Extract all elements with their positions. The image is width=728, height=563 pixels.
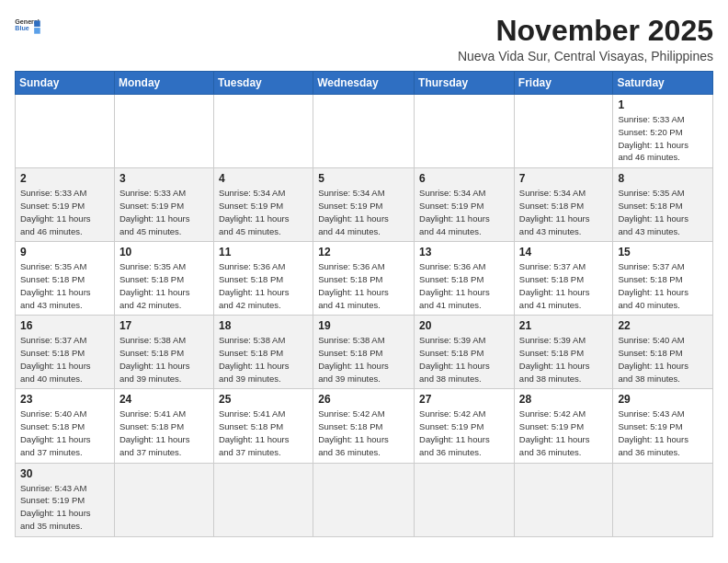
calendar-cell: 5Sunrise: 5:34 AMSunset: 5:19 PMDaylight… [313,168,415,242]
day-info: Sunrise: 5:38 AMSunset: 5:18 PMDaylight:… [318,334,409,385]
day-info: Sunrise: 5:41 AMSunset: 5:18 PMDaylight:… [119,408,209,458]
day-info: Sunrise: 5:36 AMSunset: 5:18 PMDaylight:… [419,260,509,311]
calendar-cell: 17Sunrise: 5:38 AMSunset: 5:18 PMDayligh… [114,316,213,389]
calendar-cell [213,463,313,536]
day-info: Sunrise: 5:39 AMSunset: 5:18 PMDaylight:… [419,334,509,385]
calendar-cell: 26Sunrise: 5:42 AMSunset: 5:18 PMDayligh… [313,389,415,463]
day-info: Sunrise: 5:34 AMSunset: 5:19 PMDaylight:… [419,187,509,237]
calendar-cell: 23Sunrise: 5:40 AMSunset: 5:18 PMDayligh… [16,389,115,463]
day-number: 8 [618,172,708,185]
weekday-header-friday: Friday [514,72,613,95]
day-info: Sunrise: 5:37 AMSunset: 5:18 PMDaylight:… [20,334,109,385]
weekday-header-wednesday: Wednesday [313,72,415,95]
day-number: 6 [419,172,509,185]
calendar-cell: 4Sunrise: 5:34 AMSunset: 5:19 PMDaylight… [213,168,313,242]
day-info: Sunrise: 5:36 AMSunset: 5:18 PMDaylight:… [219,260,308,311]
day-info: Sunrise: 5:34 AMSunset: 5:19 PMDaylight:… [318,187,409,237]
day-number: 27 [419,393,509,406]
day-info: Sunrise: 5:35 AMSunset: 5:18 PMDaylight:… [20,260,109,311]
location-subtitle: Nueva Vida Sur, Central Visayas, Philipp… [458,49,713,63]
day-info: Sunrise: 5:34 AMSunset: 5:19 PMDaylight:… [219,187,308,237]
day-info: Sunrise: 5:35 AMSunset: 5:18 PMDaylight:… [618,187,708,237]
calendar-cell: 27Sunrise: 5:42 AMSunset: 5:19 PMDayligh… [415,389,515,463]
day-number: 21 [519,319,609,332]
day-number: 24 [119,393,209,406]
day-info: Sunrise: 5:42 AMSunset: 5:18 PMDaylight:… [318,408,409,458]
calendar-cell: 2Sunrise: 5:33 AMSunset: 5:19 PMDaylight… [16,168,115,242]
month-title: November 2025 [458,15,713,47]
day-number: 5 [318,172,409,185]
day-info: Sunrise: 5:40 AMSunset: 5:18 PMDaylight:… [618,334,708,385]
day-number: 19 [318,319,409,332]
calendar-week-3: 9Sunrise: 5:35 AMSunset: 5:18 PMDaylight… [16,242,713,316]
day-number: 2 [20,172,109,185]
calendar-cell: 15Sunrise: 5:37 AMSunset: 5:18 PMDayligh… [613,242,713,316]
svg-text:Blue: Blue [15,25,29,32]
day-info: Sunrise: 5:35 AMSunset: 5:18 PMDaylight:… [119,260,209,311]
calendar-cell: 30Sunrise: 5:43 AMSunset: 5:19 PMDayligh… [16,463,115,536]
calendar-cell [313,95,415,168]
calendar-week-5: 23Sunrise: 5:40 AMSunset: 5:18 PMDayligh… [16,389,713,463]
day-number: 18 [219,319,308,332]
calendar-cell [313,463,415,536]
general-blue-logo-icon: General Blue [15,17,40,37]
calendar-cell [415,95,515,168]
logo: General Blue [15,15,40,37]
calendar-cell [114,463,213,536]
day-info: Sunrise: 5:37 AMSunset: 5:18 PMDaylight:… [519,260,609,311]
weekday-header-saturday: Saturday [613,72,713,95]
day-number: 4 [219,172,308,185]
day-number: 16 [20,319,109,332]
calendar-cell [213,95,313,168]
calendar-week-1: 1Sunrise: 5:33 AMSunset: 5:20 PMDaylight… [16,95,713,168]
calendar-cell: 19Sunrise: 5:38 AMSunset: 5:18 PMDayligh… [313,316,415,389]
calendar-cell: 28Sunrise: 5:42 AMSunset: 5:19 PMDayligh… [514,389,613,463]
calendar-cell: 8Sunrise: 5:35 AMSunset: 5:18 PMDaylight… [613,168,713,242]
calendar-cell: 6Sunrise: 5:34 AMSunset: 5:19 PMDaylight… [415,168,515,242]
day-number: 12 [318,246,409,259]
day-info: Sunrise: 5:42 AMSunset: 5:19 PMDaylight:… [519,408,609,458]
day-number: 9 [20,246,109,259]
calendar-cell: 1Sunrise: 5:33 AMSunset: 5:20 PMDaylight… [613,95,713,168]
day-number: 30 [20,467,109,480]
day-number: 13 [419,246,509,259]
logo-area: General Blue [15,15,40,37]
calendar-cell: 13Sunrise: 5:36 AMSunset: 5:18 PMDayligh… [415,242,515,316]
weekday-header-row: SundayMondayTuesdayWednesdayThursdayFrid… [16,72,713,95]
calendar-cell: 21Sunrise: 5:39 AMSunset: 5:18 PMDayligh… [514,316,613,389]
day-info: Sunrise: 5:40 AMSunset: 5:18 PMDaylight:… [20,408,109,458]
day-info: Sunrise: 5:39 AMSunset: 5:18 PMDaylight:… [519,334,609,385]
calendar-cell: 9Sunrise: 5:35 AMSunset: 5:18 PMDaylight… [16,242,115,316]
day-number: 26 [318,393,409,406]
calendar-table: SundayMondayTuesdayWednesdayThursdayFrid… [15,71,713,536]
day-number: 20 [419,319,509,332]
calendar-week-6: 30Sunrise: 5:43 AMSunset: 5:19 PMDayligh… [16,463,713,536]
day-number: 3 [119,172,209,185]
day-number: 17 [119,319,209,332]
day-info: Sunrise: 5:43 AMSunset: 5:19 PMDaylight:… [618,408,708,458]
day-number: 28 [519,393,609,406]
calendar-cell: 7Sunrise: 5:34 AMSunset: 5:18 PMDaylight… [514,168,613,242]
day-number: 25 [219,393,308,406]
day-number: 1 [618,98,708,111]
day-info: Sunrise: 5:34 AMSunset: 5:18 PMDaylight:… [519,187,609,237]
calendar-cell: 24Sunrise: 5:41 AMSunset: 5:18 PMDayligh… [114,389,213,463]
day-number: 23 [20,393,109,406]
svg-marker-3 [34,28,40,34]
day-number: 22 [618,319,708,332]
calendar-cell: 22Sunrise: 5:40 AMSunset: 5:18 PMDayligh… [613,316,713,389]
calendar-cell [514,95,613,168]
weekday-header-monday: Monday [114,72,213,95]
calendar-cell: 25Sunrise: 5:41 AMSunset: 5:18 PMDayligh… [213,389,313,463]
calendar-cell: 18Sunrise: 5:38 AMSunset: 5:18 PMDayligh… [213,316,313,389]
weekday-header-thursday: Thursday [415,72,515,95]
svg-marker-2 [34,20,40,27]
day-number: 14 [519,246,609,259]
day-info: Sunrise: 5:37 AMSunset: 5:18 PMDaylight:… [618,260,708,311]
day-info: Sunrise: 5:41 AMSunset: 5:18 PMDaylight:… [219,408,308,458]
day-info: Sunrise: 5:36 AMSunset: 5:18 PMDaylight:… [318,260,409,311]
day-number: 7 [519,172,609,185]
calendar-cell [114,95,213,168]
day-info: Sunrise: 5:38 AMSunset: 5:18 PMDaylight:… [119,334,209,385]
day-info: Sunrise: 5:42 AMSunset: 5:19 PMDaylight:… [419,408,509,458]
